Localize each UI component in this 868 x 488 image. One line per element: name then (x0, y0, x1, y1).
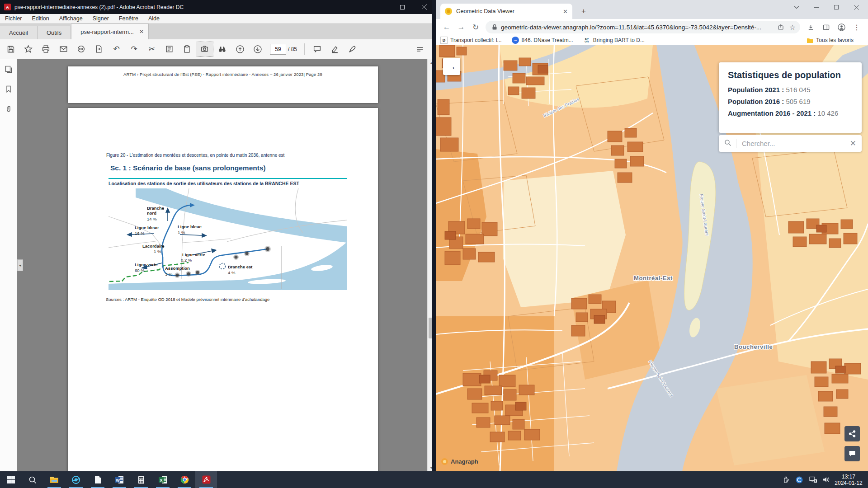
folder-icon (806, 37, 813, 44)
bookmark-item[interactable]: D Transport collectif: l... (440, 37, 502, 44)
svg-text:0,2 %: 0,2 % (181, 258, 192, 263)
save-button[interactable] (2, 42, 19, 57)
bookmarks-icon[interactable] (0, 79, 17, 99)
start-button[interactable] (0, 471, 22, 488)
snapshot-button[interactable] (196, 42, 213, 57)
stat-row-2016: Population 2016 : 505 619 (728, 98, 853, 105)
chrome-window-controls (787, 0, 866, 14)
taskbar-clock[interactable]: 13:17 2024-01-12 (833, 474, 866, 486)
previous-view-button[interactable] (231, 42, 249, 57)
map-attribution[interactable]: Anagraph (441, 458, 478, 465)
export-pdf-button[interactable] (90, 42, 108, 57)
taskbar-word[interactable]: W (108, 471, 130, 488)
taskbar-internet-explorer[interactable] (65, 471, 87, 488)
volume-tray-icon[interactable] (820, 471, 833, 488)
tab-close-icon[interactable]: ✕ (139, 28, 144, 35)
menu-signer[interactable]: Signer (88, 15, 114, 22)
usb-tray-icon[interactable] (779, 471, 793, 488)
search-clear-icon[interactable]: ✕ (850, 139, 856, 148)
share-circle-button[interactable] (72, 42, 90, 57)
all-bookmarks-folder[interactable]: Tous les favoris (806, 37, 854, 44)
browser-tab[interactable]: Geometric Data Viewer ✕ (440, 4, 572, 19)
menu-dots-icon[interactable]: ⋮ (849, 20, 864, 34)
reload-button[interactable]: ↻ (468, 20, 483, 34)
map-share-button[interactable] (844, 426, 860, 441)
map-viewport[interactable]: Montréal-Est Boucherville Rivière des Pr… (436, 45, 868, 471)
bookmark-item[interactable]: ∞ 846. DNase Treatm... (512, 37, 573, 44)
anagraph-logo (441, 458, 448, 465)
download-icon[interactable] (803, 20, 818, 34)
acrobat-window: A pse-rapport-intermediaire-annexes (2).… (0, 0, 435, 471)
print-button[interactable] (37, 42, 55, 57)
tab-close-icon[interactable]: ✕ (563, 8, 568, 15)
minimize-button[interactable] (807, 0, 826, 14)
tab-title: Geometric Data Viewer (456, 8, 514, 14)
network-tray-icon[interactable] (806, 471, 820, 488)
taskbar-search-button[interactable] (22, 471, 43, 488)
taskbar-file-explorer[interactable] (43, 471, 65, 488)
menu-edition[interactable]: Edition (27, 15, 54, 22)
new-tab-button[interactable]: + (578, 5, 590, 17)
sign-pen-button[interactable] (344, 42, 361, 57)
panel-collapse-handle[interactable]: ◂ (17, 259, 23, 271)
profile-avatar[interactable] (834, 20, 849, 34)
clipboard-button[interactable] (178, 42, 196, 57)
tools-panel-toggle[interactable] (411, 42, 429, 57)
show-desktop-button[interactable] (866, 471, 868, 488)
menu-fichier[interactable]: Fichier (0, 15, 27, 22)
star-button[interactable] (19, 42, 37, 57)
maximize-button[interactable] (392, 0, 413, 14)
side-panel-icon[interactable] (818, 20, 834, 34)
svg-text:1 %: 1 % (154, 249, 161, 254)
page-number-input[interactable] (270, 44, 286, 55)
minimize-button[interactable] (370, 0, 392, 14)
desktop: A pse-rapport-intermediaire-annexes (2).… (0, 0, 868, 488)
map-feedback-button[interactable] (844, 446, 860, 461)
acrobat-titlebar[interactable]: A pse-rapport-intermediaire-annexes (2).… (0, 0, 435, 14)
redo-button[interactable]: ↷ (125, 42, 143, 57)
svg-text:Lacordaire: Lacordaire (142, 244, 165, 249)
bookmark-item[interactable]: SPUR Bringing BART to D... (583, 37, 645, 44)
svg-text:X: X (160, 478, 162, 482)
undo-button[interactable]: ↶ (108, 42, 125, 57)
tab-document[interactable]: pse-rapport-interm... ✕ (71, 23, 149, 39)
comment-button[interactable] (308, 42, 326, 57)
menu-fenetre[interactable]: Fenêtre (114, 15, 143, 22)
bookmark-star-icon[interactable]: ☆ (789, 23, 796, 32)
next-view-button[interactable] (249, 42, 266, 57)
taskbar-calculator[interactable] (130, 471, 152, 488)
taskbar-acrobat[interactable] (195, 471, 217, 488)
sidebar-open-button[interactable]: → (443, 58, 460, 75)
tab-accueil[interactable]: Accueil (0, 26, 38, 39)
taskbar-notepad[interactable] (87, 471, 108, 488)
maximize-button[interactable] (826, 0, 846, 14)
share-icon[interactable] (778, 24, 784, 30)
svg-text:Ligne verte: Ligne verte (182, 252, 205, 257)
address-bar[interactable]: geometric-data-viewer.anagraph.io/?zoom=… (486, 21, 800, 33)
app-tray-icon[interactable] (793, 471, 806, 488)
close-button[interactable] (413, 0, 435, 14)
attachments-icon[interactable] (0, 99, 17, 119)
menu-aide[interactable]: Aide (143, 15, 165, 22)
page-thumbnails-icon[interactable] (0, 59, 17, 79)
taskbar-chrome[interactable] (174, 471, 195, 488)
taskbar-excel[interactable]: X (152, 471, 174, 488)
map-search-bar[interactable]: ✕ (719, 135, 862, 152)
tab-outils[interactable]: Outils (38, 26, 71, 39)
search-input[interactable] (742, 140, 846, 147)
scissors-button[interactable]: ✂ (143, 42, 160, 57)
tab-search-icon[interactable] (787, 0, 807, 14)
bookmark-favicon: SPUR (583, 37, 590, 44)
email-button[interactable] (55, 42, 72, 57)
back-button[interactable]: ← (439, 20, 454, 34)
form-button[interactable] (160, 42, 178, 57)
tab-favicon (445, 8, 452, 15)
bookmark-favicon: D (440, 37, 448, 44)
pdf-page-29: Figure 20 - L'estimation des montées et … (68, 108, 378, 471)
menu-affichage[interactable]: Affichage (54, 15, 88, 22)
highlight-button[interactable] (326, 42, 344, 57)
figure-subheading: Localisation des stations de sortie des … (108, 181, 299, 186)
close-button[interactable] (846, 0, 866, 14)
binoculars-button[interactable] (213, 42, 231, 57)
forward-button[interactable]: → (454, 20, 468, 34)
